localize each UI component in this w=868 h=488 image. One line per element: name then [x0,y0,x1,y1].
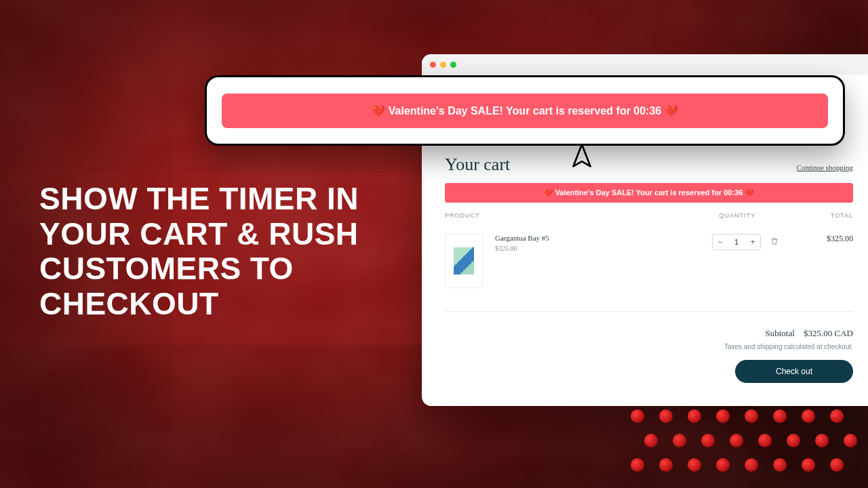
qty-value: 1 [728,235,745,249]
window-min-dot [440,62,446,68]
quantity-stepper: − 1 + [712,234,761,250]
subtotal-label: Subtotal [765,328,794,338]
cart-column-headers: PRODUCT QUANTITY TOTAL [445,212,853,223]
line-total: $325.00 [799,234,853,244]
remove-item-icon[interactable] [770,237,778,247]
cart-timer-banner: ❤️ Valentine's Day SALE! Your cart is re… [445,183,853,203]
window-close-dot [430,62,436,68]
col-product: PRODUCT [445,212,648,219]
cart-title: Your cart [445,155,510,175]
callout-timer-banner: ❤️ Valentine's Day SALE! Your cart is re… [222,94,828,128]
checkout-button[interactable]: Check out [735,360,853,383]
window-max-dot [450,62,456,68]
continue-shopping-link[interactable]: Continue shopping [797,163,853,171]
promo-stage: SHOW THE TIMER IN YOUR CART & RUSH CUSTO… [0,0,868,488]
qty-minus-button[interactable]: − [713,235,728,249]
product-price: $325.00 [495,245,644,252]
product-thumbnail-art [454,247,474,274]
col-quantity: QUANTITY [648,212,799,219]
headline: SHOW THE TIMER IN YOUR CART & RUSH CUSTO… [39,182,419,321]
tax-shipping-note: Taxes and shipping calculated at checkou… [445,343,853,350]
cart-row: Gargantua Bay #5 $325.00 − 1 + $325.00 [445,223,853,312]
product-thumbnail[interactable] [445,234,483,288]
banner-callout: ❤️ Valentine's Day SALE! Your cart is re… [205,75,845,146]
callout-pointer [570,144,594,169]
qty-plus-button[interactable]: + [745,235,760,249]
col-total: TOTAL [799,212,853,219]
subtotal-value: $325.00 CAD [804,328,853,338]
product-name[interactable]: Gargantua Bay #5 [495,234,644,242]
browser-titlebar [422,54,868,75]
